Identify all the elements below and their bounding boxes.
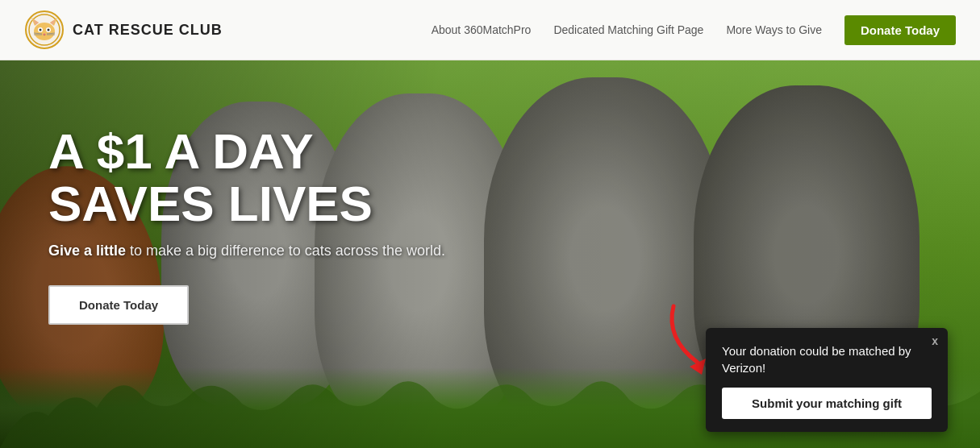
hero-donate-button[interactable]: Donate Today — [48, 285, 189, 325]
hero-title-line2: SAVES LIVES — [48, 176, 373, 231]
hero-subtitle-bold: Give a little — [48, 243, 126, 259]
nav-area: About 360MatchPro Dedicated Matching Gif… — [432, 15, 956, 45]
logo-area: CAT RESCUE CLUB — [24, 10, 223, 50]
hero-title: A $1 A DAY SAVES LIVES — [48, 125, 445, 230]
svg-point-9 — [40, 29, 42, 31]
header-donate-button[interactable]: Donate Today — [844, 15, 956, 45]
matching-popup: x Your donation could be matched by Veri… — [706, 328, 948, 432]
popup-message: Your donation could be matched by Verizo… — [722, 342, 919, 376]
nav-link-360matchpro[interactable]: About 360MatchPro — [432, 23, 532, 36]
hero-subtitle: Give a little to make a big difference t… — [48, 243, 445, 259]
svg-point-10 — [48, 29, 50, 31]
hero-section: A $1 A DAY SAVES LIVES Give a little to … — [0, 60, 980, 448]
hero-subtitle-rest: to make a big difference to cats across … — [126, 243, 445, 259]
logo-text: CAT RESCUE CLUB — [73, 22, 223, 39]
popup-close-button[interactable]: x — [932, 334, 938, 347]
cat-logo-icon — [24, 10, 65, 50]
popup-submit-button[interactable]: Submit your matching gift — [722, 388, 932, 419]
nav-link-matching-gift[interactable]: Dedicated Matching Gift Page — [553, 23, 703, 36]
header: CAT RESCUE CLUB About 360MatchPro Dedica… — [0, 0, 980, 60]
svg-point-2 — [34, 23, 55, 40]
hero-content: A $1 A DAY SAVES LIVES Give a little to … — [48, 125, 445, 325]
hero-title-line1: A $1 A DAY — [48, 123, 314, 179]
nav-link-more-ways[interactable]: More Ways to Give — [726, 23, 822, 36]
